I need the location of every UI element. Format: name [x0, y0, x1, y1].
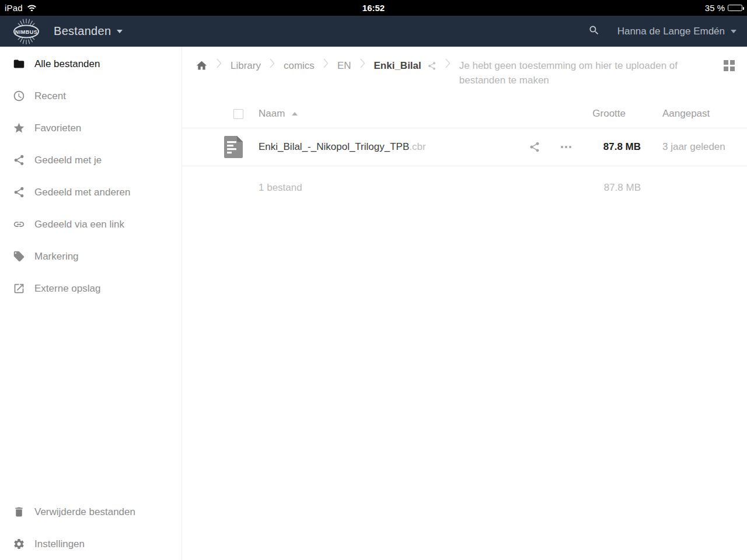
row-more-actions-icon[interactable]: [556, 136, 577, 158]
sidebar-item-label: Instellingen: [34, 538, 85, 550]
row-share-icon[interactable]: [524, 136, 545, 158]
logo-text: NIMBUS: [15, 29, 38, 34]
sidebar-item-tags[interactable]: Markering: [0, 240, 181, 272]
share-icon: [12, 186, 26, 200]
breadcrumb-item[interactable]: Library: [231, 60, 261, 72]
file-size: 87.8 MB: [577, 141, 641, 153]
ios-status-bar: iPad 16:52 35 %: [0, 0, 747, 16]
sidebar-item-shared-by-link[interactable]: Gedeeld via een link: [0, 208, 181, 240]
gear-icon: [12, 537, 26, 551]
file-count: 1 bestand: [259, 182, 302, 194]
breadcrumb-item[interactable]: EN: [337, 60, 351, 72]
sidebar-item-favorites[interactable]: Favorieten: [0, 112, 181, 144]
table-header-row: Naam Grootte Aangepast: [182, 100, 747, 128]
sidebar-item-label: Verwijderde bestanden: [34, 506, 135, 518]
column-header-modified[interactable]: Aangepast: [662, 108, 724, 120]
breadcrumb-separator-icon: [270, 58, 275, 68]
search-icon[interactable]: [588, 24, 600, 38]
app-title: Bestanden: [54, 24, 111, 38]
sidebar-item-external-storage[interactable]: Externe opslag: [0, 272, 181, 304]
link-icon: [12, 218, 26, 232]
user-name: Hanna de Lange Emdén: [617, 26, 725, 37]
breadcrumb-separator-icon: [217, 58, 222, 68]
sidebar-item-label: Recent: [34, 90, 66, 102]
sidebar-item-label: Gedeeld via een link: [34, 219, 124, 230]
sidebar-item-all-files[interactable]: Alle bestanden: [0, 48, 181, 80]
star-icon: [12, 121, 26, 135]
sidebar-spacer: [0, 304, 181, 496]
column-header-name[interactable]: Naam: [259, 108, 285, 120]
file-extension: .cbr: [409, 141, 425, 152]
user-chevron-down-icon: [731, 30, 736, 33]
total-size: 87.8 MB: [577, 182, 641, 194]
grid-view-toggle-icon[interactable]: [724, 60, 735, 72]
sidebar-item-shared-with-others[interactable]: Gedeeld met anderen: [0, 176, 181, 208]
sidebar-item-settings[interactable]: Instellingen: [0, 528, 181, 560]
clock-icon: [12, 89, 26, 103]
app-logo[interactable]: NIMBUS: [8, 18, 44, 45]
external-icon: [12, 282, 26, 296]
battery-icon: [728, 5, 742, 11]
trash-icon: [12, 505, 26, 519]
file-table: Naam Grootte Aangepast Enki_B: [182, 100, 747, 209]
breadcrumb: Library comics EN Enki_Bilal Je hebt gee…: [182, 47, 747, 88]
tag-icon: [12, 250, 26, 264]
share-icon: [12, 153, 26, 167]
sidebar-item-label: Markering: [34, 251, 79, 262]
sort-ascending-icon: [292, 112, 298, 116]
sidebar-item-label: Gedeeld met anderen: [34, 187, 130, 198]
breadcrumb-item[interactable]: comics: [284, 60, 315, 72]
sidebar-item-label: Gedeeld met je: [34, 155, 102, 166]
home-icon[interactable]: [196, 58, 208, 73]
permission-message: Je hebt geen toestemming om hier te uplo…: [459, 58, 679, 88]
sidebar-item-shared-with-you[interactable]: Gedeeld met je: [0, 144, 181, 176]
folder-icon: [12, 57, 26, 71]
app-header: NIMBUS Bestanden Hanna de Lange Emdén: [0, 16, 747, 47]
app-title-chevron-down-icon[interactable]: [117, 30, 123, 33]
column-header-size[interactable]: Grootte: [577, 108, 641, 120]
breadcrumb-separator-icon: [360, 58, 365, 68]
file-document-icon: [224, 136, 243, 158]
clock: 16:52: [0, 3, 747, 13]
table-row[interactable]: Enki_Bilal_-_Nikopol_Trilogy_TPB.cbr 87.…: [182, 128, 747, 166]
user-menu[interactable]: Hanna de Lange Emdén: [617, 26, 736, 37]
sidebar: Alle bestanden Recent Favorieten Gedeeld…: [0, 47, 182, 560]
breadcrumb-current-folder: Enki_Bilal: [374, 60, 421, 72]
sidebar-item-label: Favorieten: [34, 123, 81, 134]
select-all-checkbox[interactable]: [233, 109, 243, 119]
sidebar-item-label: Alle bestanden: [34, 58, 100, 70]
breadcrumb-separator-icon: [445, 58, 451, 68]
app-window: iPad 16:52 35 %: [0, 0, 747, 560]
file-name: Enki_Bilal_-_Nikopol_Trilogy_TPB.cbr: [259, 141, 524, 153]
main-content: Library comics EN Enki_Bilal Je hebt gee…: [182, 47, 747, 560]
sidebar-item-deleted-files[interactable]: Verwijderde bestanden: [0, 496, 181, 528]
share-folder-icon[interactable]: [427, 61, 437, 71]
file-modified: 3 jaar geleden: [662, 141, 724, 153]
sidebar-item-label: Externe opslag: [34, 283, 100, 295]
sidebar-item-recent[interactable]: Recent: [0, 80, 181, 112]
breadcrumb-separator-icon: [323, 58, 329, 68]
table-summary-row: 1 bestand 87.8 MB: [182, 166, 747, 209]
file-basename: Enki_Bilal_-_Nikopol_Trilogy_TPB: [259, 141, 409, 152]
battery-percent: 35 %: [705, 3, 725, 13]
